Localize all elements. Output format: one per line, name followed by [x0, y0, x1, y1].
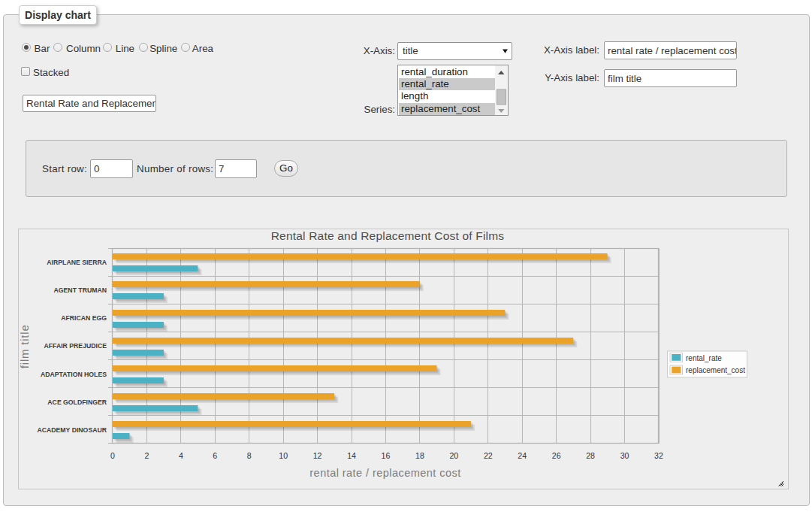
svg-text:0: 0 [110, 451, 115, 460]
svg-text:Rental Rate and Replacement Co: Rental Rate and Replacement Cost of Film… [271, 229, 505, 242]
svg-text:AFFAIR PREJUDICE: AFFAIR PREJUDICE [44, 342, 107, 350]
svg-text:ADAPTATION HOLES: ADAPTATION HOLES [41, 371, 107, 378]
svg-text:20: 20 [449, 451, 458, 460]
svg-text:8: 8 [247, 451, 252, 460]
svg-text:16: 16 [382, 451, 391, 460]
svg-text:replacement_cost: replacement_cost [686, 366, 745, 374]
svg-text:30: 30 [620, 451, 629, 460]
svg-text:12: 12 [313, 451, 322, 460]
svg-text:AFRICAN EGG: AFRICAN EGG [61, 314, 107, 322]
svg-text:10: 10 [279, 451, 288, 460]
svg-text:14: 14 [347, 451, 356, 460]
svg-text:rental rate / replacement cost: rental rate / replacement cost [309, 467, 460, 479]
svg-text:24: 24 [518, 451, 527, 460]
svg-text:28: 28 [586, 451, 595, 460]
svg-text:film title: film title [19, 324, 31, 368]
svg-text:22: 22 [484, 451, 493, 460]
svg-text:26: 26 [552, 451, 561, 460]
svg-text:32: 32 [654, 451, 663, 460]
svg-text:2: 2 [144, 451, 149, 460]
svg-text:4: 4 [179, 451, 183, 460]
svg-text:AIRPLANE SIERRA: AIRPLANE SIERRA [47, 259, 107, 266]
svg-text:AGENT TRUMAN: AGENT TRUMAN [54, 286, 107, 294]
svg-text:ACADEMY DINOSAUR: ACADEMY DINOSAUR [37, 426, 107, 434]
svg-text:ACE GOLDFINGER: ACE GOLDFINGER [47, 398, 107, 406]
svg-text:6: 6 [213, 451, 217, 460]
svg-text:18: 18 [415, 451, 424, 460]
svg-text:rental_rate: rental_rate [686, 354, 722, 362]
